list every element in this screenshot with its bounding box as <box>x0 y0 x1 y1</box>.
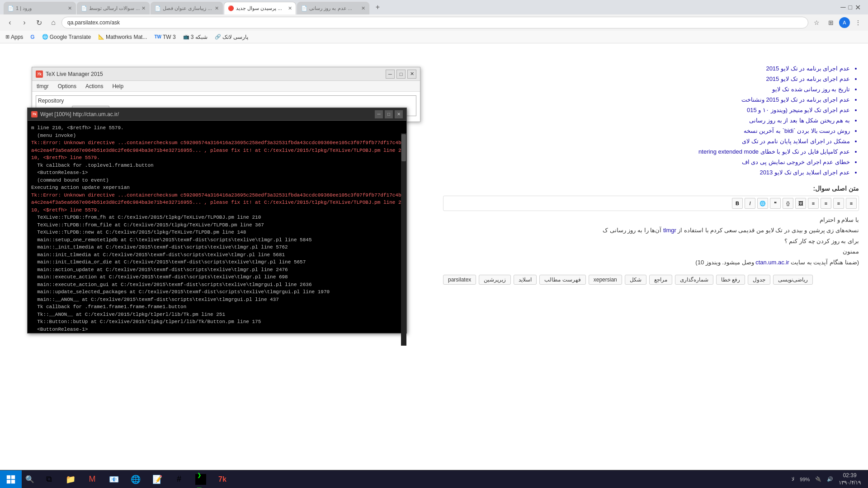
tlm-menu-options[interactable]: Options <box>56 82 78 90</box>
related-link-10[interactable]: خطای عدم اجرای خروجی نمایش پی دی اف <box>443 159 850 165</box>
tag-جدول[interactable]: جدول <box>748 275 770 285</box>
home-button[interactable]: ⌂ <box>47 16 60 29</box>
bookmark-google[interactable]: G <box>28 33 36 41</box>
link-btn[interactable]: 🌐 <box>757 198 768 209</box>
bookmark-tw3[interactable]: TW TW 3 <box>152 33 177 41</box>
scrollbar-thumb[interactable] <box>401 134 406 161</box>
tab-close-1[interactable]: ✕ <box>68 5 72 11</box>
tag-فهرست مطالب[interactable]: فهرست مطالب <box>539 275 585 285</box>
tab-close-3[interactable]: ✕ <box>215 5 219 11</box>
wget-maximize-btn[interactable]: □ <box>385 110 393 118</box>
console-output: m line 210, <$retfh> line 5579. (menu in… <box>28 121 406 333</box>
italic-btn[interactable]: I <box>745 198 755 209</box>
wget-minimize-btn[interactable]: ─ <box>375 110 383 118</box>
bookmark-shabake3[interactable]: 📺 شبکه 3 <box>181 33 209 41</box>
tab-close-5[interactable]: ✕ <box>361 5 365 11</box>
quote-btn[interactable]: ❝ <box>770 198 781 209</box>
related-link-8[interactable]: مشکل در اجرای اسلاید پایان نامم در تک لا… <box>443 138 850 145</box>
tab-5[interactable]: 📄عدم به روز رسانی‌‌ ...✕ <box>297 2 369 14</box>
taskbar-outlook[interactable]: 📧 <box>103 470 125 488</box>
related-link-6[interactable]: به هم ریختن شکل ها بعد از به روز رسانی <box>443 117 850 124</box>
related-link-2[interactable]: عدم اجرای برنامه در تک لایو 2015 <box>443 75 850 82</box>
taskbar-chrome[interactable]: 🌐 <box>125 470 146 488</box>
console-line-15: main::init_tlmedia_or_die at C:/texlive/… <box>31 258 403 266</box>
search-button[interactable]: 🔍 <box>22 470 38 488</box>
tag-شماره‌گذاری[interactable]: شماره‌گذاری <box>675 275 713 285</box>
console-scrollbar[interactable] <box>401 133 406 346</box>
tlm-close-btn[interactable]: ✕ <box>407 70 416 79</box>
tag-شکل[interactable]: شکل <box>625 275 646 285</box>
menu-button[interactable]: ⋮ <box>852 16 864 29</box>
tlm-title-bar: 7k TeX Live Manager 2015 ─ □ ✕ <box>32 67 420 81</box>
bold-btn[interactable]: B <box>732 198 743 209</box>
console-line-10: TeXLive::TLPDB::from_file at C:/texlive/… <box>31 221 403 229</box>
new-tab-button[interactable]: + <box>371 1 384 14</box>
tab-4[interactable]: 🔴پرسیدن سوال جدید ...✕ <box>224 2 296 14</box>
tag-مراجع[interactable]: مراجع <box>649 275 672 285</box>
tab-close-2[interactable]: ✕ <box>142 5 146 11</box>
tab-1[interactable]: 📄ورود | 1✕ <box>4 2 76 14</box>
clock-time: 02:39 <box>839 472 861 479</box>
list-unordered-btn[interactable]: ≡ <box>821 198 831 209</box>
taskbar-tlmgr[interactable]: 7k <box>212 470 233 488</box>
tag-زیرپرشین[interactable]: زیرپرشین <box>479 275 511 285</box>
app5-icon: # <box>174 474 184 485</box>
tab-close-4[interactable]: ✕ <box>288 5 292 11</box>
taskview-button[interactable]: ⧉ <box>38 470 60 488</box>
taskbar-matlab[interactable]: M <box>81 470 103 488</box>
align-right-btn[interactable]: ≡ <box>833 198 844 209</box>
tab-favicon-1: 📄 <box>8 5 14 11</box>
align-justify-btn[interactable]: ≡ <box>846 198 857 209</box>
related-link-3[interactable]: تاریخ به روز رسانی شده تک لایو <box>443 86 850 93</box>
close-button[interactable]: ✕ <box>855 3 861 12</box>
tab-bar: 📄ورود | 1✕📄سوالات ارسالی توسط ...✕📄زیباس… <box>0 0 868 14</box>
tlm-maximize-btn[interactable]: □ <box>396 70 406 79</box>
bookmark-parsilatex[interactable]: 🔗 پارسی لاتک <box>213 33 250 41</box>
taskbar-app5[interactable]: # <box>168 470 190 488</box>
start-button[interactable] <box>0 470 22 488</box>
tag-ریاضی‌نویسی[interactable]: ریاضی‌نویسی <box>773 275 813 285</box>
back-button[interactable]: ‹ <box>4 16 16 29</box>
tag-parsilatex[interactable]: parsilatex <box>443 275 476 285</box>
tag-رفع خطا[interactable]: رفع خطا <box>716 275 745 285</box>
profile-button[interactable]: A <box>839 17 850 28</box>
tag-اسلاید[interactable]: اسلاید <box>514 275 537 285</box>
tlm-menu-tlmgr[interactable]: tlmgr <box>35 82 51 90</box>
restore-button[interactable]: □ <box>849 4 852 11</box>
ctan-link[interactable]: ctan.um.ac.ir <box>755 259 789 266</box>
list-ordered-btn[interactable]: ≡ <box>808 198 819 209</box>
tag-xepersian[interactable]: xepersian <box>589 275 622 285</box>
tlm-minimize-btn[interactable]: ─ <box>386 70 395 79</box>
tlm-menu-help[interactable]: Help <box>110 82 125 90</box>
bookmark-star[interactable]: ☆ <box>810 16 823 29</box>
tlmgr-link[interactable]: tlmgr <box>663 227 676 234</box>
related-link-11[interactable]: عدم اجرای اسلاید برای تک لایو 2013 <box>443 169 850 176</box>
question-text: با سلام و احترام نسخه‌های زی پرشین و بید… <box>443 215 859 267</box>
related-link-7[interactable]: روش درست بالا بردن `bidi` به آخرین نسخه <box>443 127 850 134</box>
bookmark-translate[interactable]: 🌐 Google Translate <box>40 33 93 41</box>
extensions-button[interactable]: ⊞ <box>825 16 837 29</box>
taskbar-texmaker[interactable]: 📝 <box>146 470 168 488</box>
wget-close-btn[interactable]: ✕ <box>395 110 403 118</box>
chrome-icon: 🌐 <box>130 474 141 485</box>
tab-2[interactable]: 📄سوالات ارسالی توسط ...✕ <box>77 2 150 14</box>
minimize-button[interactable]: ─ <box>840 3 845 11</box>
forward-button[interactable]: › <box>18 16 31 29</box>
related-link-9[interactable]: عدم کامپایل فایل در تک لایو با خطای nter… <box>443 148 850 155</box>
reload-button[interactable]: ↻ <box>33 16 45 29</box>
taskbar-explorer[interactable]: 📁 <box>60 470 81 488</box>
bookmark-mathworks[interactable]: 📐 Mathworks Mat... <box>96 33 149 41</box>
console-line-5: <ButtonRelease-1> <box>31 169 403 177</box>
tab-3[interactable]: 📄زیباسازی عنوان فصل ...✕ <box>151 2 223 14</box>
taskbar-cmd[interactable]: ❯_ <box>190 470 212 488</box>
bookmark-apps[interactable]: ⊞ Apps <box>4 33 25 41</box>
site-panel: عدم اجرای برنامه در تک لایو 2015عدم اجرا… <box>434 58 868 470</box>
related-link-5[interactable]: عدم اجرای تک لایو منیجر (ویندوز ۱۰ و 015 <box>443 107 850 113</box>
address-bar[interactable] <box>61 17 808 28</box>
related-link-1[interactable]: عدم اجرای برنامه در تک لایو 2015 <box>443 65 850 72</box>
tlm-menu-actions[interactable]: Actions <box>84 82 105 90</box>
image-btn[interactable]: 🖼 <box>795 198 806 209</box>
code-btn[interactable]: {} <box>783 198 793 209</box>
tlm-window-controls: ─ □ ✕ <box>386 70 416 79</box>
related-link-4[interactable]: عدم اجرای برنامه در تک لایو 2015 ونشناخت <box>443 96 850 103</box>
